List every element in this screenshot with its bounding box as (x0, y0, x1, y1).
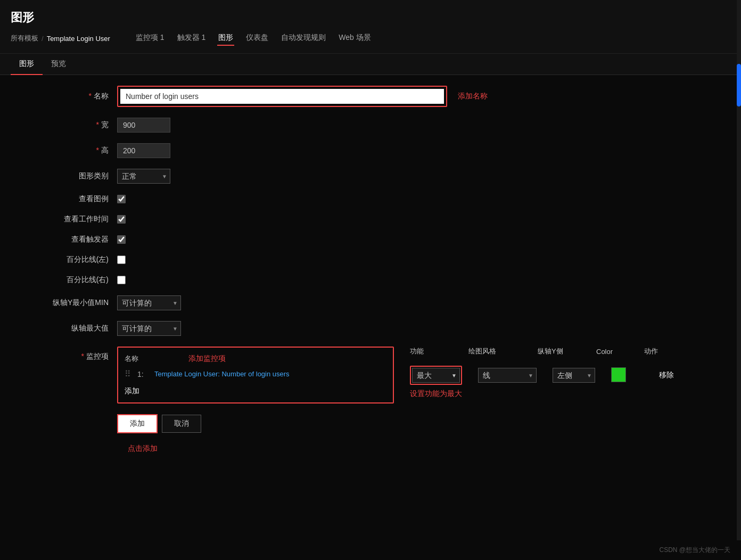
nav-tabs-top: 监控项 1 触发器 1 图形 仪表盘 自动发现规则 Web 场景 (135, 31, 372, 46)
yaxis-side-select[interactable]: 左侧 右侧 (553, 368, 595, 383)
func-select-box: 最大 最小 平均 全部 (410, 366, 462, 385)
monitor-label: *监控项 (32, 347, 117, 361)
nav-tab-graph[interactable]: 图形 (217, 31, 234, 46)
legend-checkbox[interactable] (117, 195, 126, 203)
width-label: *宽 (32, 120, 117, 130)
name-field-wrapper (117, 86, 447, 107)
form-row-percent-right: 百分比线(右) (32, 275, 735, 285)
func-select-wrapper: 最大 最小 平均 全部 (412, 368, 460, 383)
monitor-item-row: ⠿ 1: Template Login User: Number of logi… (125, 369, 386, 379)
form-row-worktime: 查看工作时间 (32, 215, 735, 224)
triggers-checkbox[interactable] (117, 235, 126, 244)
legend-label: 查看图例 (32, 194, 117, 204)
height-input[interactable] (117, 143, 170, 158)
main-content: *名称 添加名称 *宽 *高 图形类别 正常 堆叠 饼图 分解饼图 (0, 75, 735, 475)
scrollbar-thumb[interactable] (737, 64, 741, 106)
footer: CSDN @想当大佬的一天 (0, 540, 741, 560)
nav-tab-webscenario[interactable]: Web 场景 (337, 31, 372, 46)
drawstyle-header: 绘图风格 (468, 347, 522, 356)
ymin-select[interactable]: 可计算的 固定 项目 (117, 295, 181, 310)
monitor-col-name: 名称 (125, 354, 178, 364)
form-row-triggers: 查看触发器 (32, 235, 735, 244)
page-header: 图形 所有模板 / Template Login User 监控项 1 触发器 … (0, 0, 741, 54)
width-required: * (96, 120, 99, 129)
form-row-buttons: 添加 取消 (117, 414, 735, 433)
form-row-width: *宽 (32, 118, 735, 133)
ymax-label: 纵轴最大值 (32, 324, 117, 333)
breadcrumb: 所有模板 / Template Login User 监控项 1 触发器 1 图… (11, 31, 730, 46)
monitor-add-link[interactable]: 添加 (125, 386, 139, 396)
sub-tab-graph[interactable]: 图形 (11, 54, 43, 75)
name-hint: 添加名称 (458, 92, 488, 101)
remove-link[interactable]: 移除 (659, 370, 674, 379)
monitor-header-row: 名称 添加监控项 (125, 354, 386, 364)
color-swatch-wrapper (611, 367, 643, 384)
sub-tab-preview[interactable]: 预览 (43, 54, 75, 75)
ymax-select-wrapper: 可计算的 固定 项目 (117, 321, 181, 336)
nav-tab-dashboard[interactable]: 仪表盘 (245, 31, 269, 46)
func-header: 功能 (410, 347, 452, 356)
ymin-label: 纵轴Y最小值MIN (32, 298, 117, 308)
form-row-percent-left: 百分比线(左) (32, 255, 735, 265)
monitor-num: 1: (137, 370, 150, 378)
percent-right-checkbox[interactable] (117, 276, 126, 284)
triggers-label: 查看触发器 (32, 235, 117, 244)
width-input[interactable] (117, 118, 170, 133)
worktime-label: 查看工作时间 (32, 215, 117, 224)
cancel-button[interactable]: 取消 (162, 415, 201, 433)
drawstyle-select-wrapper: 线 填充区域 粗线 点 (478, 368, 537, 383)
color-header: Color (596, 348, 628, 356)
form-row-height: *高 (32, 143, 735, 158)
graphtype-select-wrapper: 正常 堆叠 饼图 分解饼图 (117, 169, 170, 184)
drawstyle-select[interactable]: 线 填充区域 粗线 点 (478, 368, 537, 383)
extras-header: 功能 绘图风格 纵轴Y侧 Color 动作 (410, 347, 691, 356)
footer-text: CSDN @想当大佬的一天 (659, 546, 730, 554)
func-hint-wrapper: 设置功能为最大 (410, 389, 691, 399)
name-label: *名称 (32, 92, 117, 101)
percent-left-label: 百分比线(左) (32, 255, 117, 265)
form-row-ymax: 纵轴最大值 可计算的 固定 项目 (32, 321, 735, 336)
form-row-legend: 查看图例 (32, 194, 735, 204)
page-title: 图形 (11, 10, 730, 26)
name-input[interactable] (120, 89, 444, 104)
action-wrapper: 移除 (659, 370, 691, 380)
height-label: *高 (32, 146, 117, 155)
worktime-checkbox[interactable] (117, 215, 126, 224)
percent-right-label: 百分比线(右) (32, 275, 117, 285)
monitor-required: * (81, 352, 84, 360)
action-header: 动作 (644, 347, 676, 356)
graphtype-label: 图形类别 (32, 171, 117, 181)
scrollbar-track[interactable] (737, 0, 741, 560)
func-hint: 设置功能为最大 (410, 389, 462, 398)
nav-tab-trigger[interactable]: 触发器 1 (176, 31, 207, 46)
name-required: * (89, 92, 92, 100)
percent-left-checkbox[interactable] (117, 256, 126, 264)
breadcrumb-all-templates[interactable]: 所有模板 (11, 34, 38, 43)
height-required: * (96, 146, 99, 154)
func-select[interactable]: 最大 最小 平均 全部 (412, 368, 460, 383)
monitor-add-hint: 添加监控项 (188, 354, 226, 364)
form-row-ymin: 纵轴Y最小值MIN 可计算的 固定 项目 (32, 295, 735, 310)
ymax-select[interactable]: 可计算的 固定 项目 (117, 321, 181, 336)
drag-handle-icon[interactable]: ⠿ (125, 369, 131, 379)
form-row-name: *名称 添加名称 (32, 86, 735, 107)
graphtype-select[interactable]: 正常 堆叠 饼图 分解饼图 (117, 169, 170, 184)
monitor-extras: 功能 绘图风格 纵轴Y侧 Color 动作 最大 最小 平均 (410, 347, 691, 399)
monitor-section: 名称 添加监控项 ⠿ 1: Template Login User: Numbe… (117, 347, 394, 403)
form-row-monitor: *监控项 名称 添加监控项 ⠿ 1: Template Login User: … (32, 347, 735, 403)
color-swatch[interactable] (611, 367, 626, 382)
ymin-select-wrapper: 可计算的 固定 项目 (117, 295, 181, 310)
nav-tab-monitor[interactable]: 监控项 1 (135, 31, 166, 46)
form-row-graphtype: 图形类别 正常 堆叠 饼图 分解饼图 (32, 169, 735, 184)
monitor-item-name[interactable]: Template Login User: Number of login use… (154, 370, 290, 378)
extras-values: 最大 最小 平均 全部 线 填充区域 粗线 (410, 366, 691, 385)
yaxis-side-select-wrapper: 左侧 右侧 (553, 368, 595, 383)
monitor-full-row: 名称 添加监控项 ⠿ 1: Template Login User: Numbe… (117, 347, 691, 403)
breadcrumb-current: Template Login User (47, 35, 110, 43)
yaxis-header: 纵轴Y侧 (538, 347, 580, 356)
breadcrumb-sep: / (42, 35, 44, 43)
monitor-add-row: 添加 (125, 383, 386, 396)
sub-tabs: 图形 预览 (0, 54, 741, 75)
nav-tab-autodiscovery[interactable]: 自动发现规则 (280, 31, 327, 46)
add-button[interactable]: 添加 (117, 414, 158, 433)
